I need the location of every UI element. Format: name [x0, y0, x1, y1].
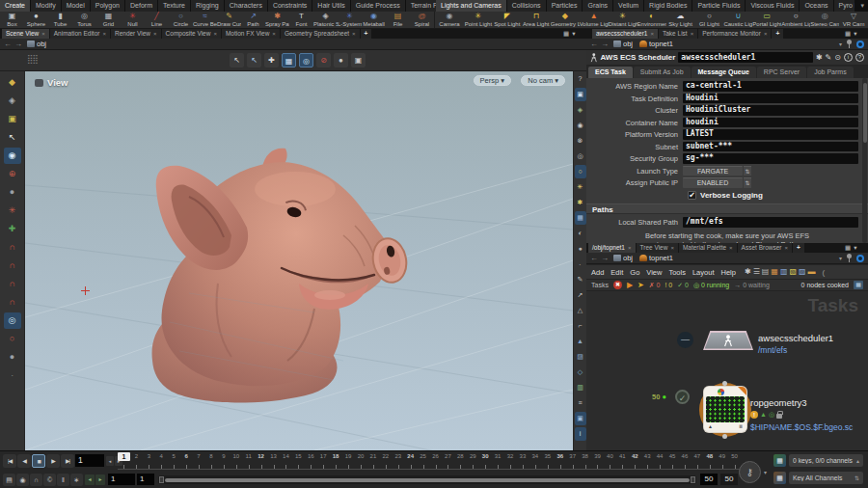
- sticky-note-icon[interactable]: ▧: [789, 266, 797, 278]
- shelf-tab-lights-and-cameras[interactable]: Lights and Cameras: [436, 0, 506, 12]
- home-view-icon[interactable]: ◎: [575, 149, 586, 163]
- path-obj-chip[interactable]: obj: [611, 40, 635, 48]
- shelf-tab-terrain-fx[interactable]: Terrain FX: [406, 0, 436, 12]
- point-numbers-icon[interactable]: ✎: [575, 273, 586, 286]
- handles-icon[interactable]: ✚: [264, 53, 279, 68]
- parm-tab-rpc-server[interactable]: RPC Server: [757, 67, 806, 78]
- close-icon[interactable]: ×: [670, 243, 674, 253]
- viewer-tab-motion-fx-view[interactable]: Motion FX View×: [222, 29, 280, 39]
- gear-icon[interactable]: ✱: [816, 53, 823, 62]
- select-tool-icon[interactable]: ↖: [4, 129, 21, 146]
- viewer-tab-render-view[interactable]: Render View×: [111, 29, 161, 39]
- pane-menu-icon[interactable]: ▦: [563, 30, 569, 38]
- launch-type-menu[interactable]: FARGATE: [683, 166, 743, 176]
- high-quality-lighting-icon[interactable]: ✱: [575, 196, 586, 209]
- key-all-channels-button[interactable]: Key All Channels⇅: [789, 472, 863, 484]
- toolbar-grip-icon[interactable]: ⣿⣿: [27, 54, 38, 64]
- shelf-tool-file[interactable]: ▤File: [386, 12, 410, 28]
- local-shared-path-field[interactable]: /mnt/efs: [683, 217, 858, 228]
- shelf-tab-characters[interactable]: Characters: [225, 0, 267, 12]
- key-mode-icon[interactable]: ▦: [773, 472, 786, 484]
- shelf-tool-box[interactable]: ▣Box: [0, 12, 24, 28]
- step-back-button[interactable]: ◀: [17, 454, 31, 468]
- viewport-info-icon[interactable]: i: [575, 427, 586, 441]
- shelf-tool-grid[interactable]: ▦Grid: [96, 12, 121, 28]
- view-state-icon[interactable]: ◎: [4, 312, 21, 329]
- range-substart-field[interactable]: 1: [137, 474, 154, 485]
- shelf-tool-point-light[interactable]: ✳Point Light: [464, 12, 493, 28]
- profile-curves-icon[interactable]: ⌐: [575, 319, 586, 333]
- shelf-tool-gi-light[interactable]: ○GI Light: [694, 12, 723, 28]
- point-display-icon[interactable]: ∙: [575, 258, 586, 271]
- viewer-tab-composite-view[interactable]: Composite View×: [162, 29, 221, 39]
- scrollbar-thumb[interactable]: [863, 83, 867, 143]
- forward-icon[interactable]: →: [601, 39, 609, 50]
- handle-dots-icon[interactable]: ∙: [4, 367, 21, 384]
- lighting-mode-icon[interactable]: ✳: [575, 180, 586, 194]
- camera-view-icon[interactable]: ▦: [575, 211, 586, 225]
- network-boxes-icon[interactable]: ▥: [780, 266, 788, 278]
- search-icon[interactable]: ⊙: [834, 53, 841, 62]
- range-start-button[interactable]: ◂: [85, 474, 95, 485]
- realtime-toggle-icon[interactable]: ©: [43, 474, 56, 486]
- sphere-handle-icon[interactable]: ●: [4, 184, 21, 201]
- shelf-tool-caustic-light[interactable]: ∪Caustic Light: [723, 12, 752, 28]
- shelf-tool-circle[interactable]: ○Circle: [169, 12, 193, 28]
- snap-options-icon[interactable]: ▦: [282, 53, 296, 68]
- parameter-scrollbar[interactable]: [862, 78, 867, 243]
- container-name-field[interactable]: houdini: [683, 118, 858, 128]
- network-tab-obj-topnet1[interactable]: /obj/topnet1×: [588, 243, 636, 253]
- parameter-pane-controls[interactable]: ▦ ▾: [845, 29, 856, 39]
- pane-caret-icon[interactable]: ▾: [854, 30, 856, 38]
- display-flag-icon[interactable]: ◎: [769, 411, 774, 419]
- shelf-tool-sky-light[interactable]: ☁Sky Light: [666, 12, 695, 28]
- spreadsheet-icon[interactable]: ▤: [762, 266, 770, 278]
- prev-key-button[interactable]: ◂: [106, 456, 114, 466]
- magnet-box-icon[interactable]: ∩: [4, 239, 21, 256]
- shelf-tool-stereo-camera[interactable]: ◎Stereo Camera: [810, 12, 839, 28]
- selection-disable-icon[interactable]: ⊘: [316, 53, 331, 68]
- expand-icon[interactable]: ▲: [708, 423, 713, 429]
- shelf-tool-volume-light[interactable]: ▲Volume Light: [580, 12, 609, 28]
- back-icon[interactable]: ←: [590, 39, 598, 50]
- range-end-field[interactable]: 50: [700, 474, 718, 485]
- back-icon[interactable]: ←: [4, 39, 12, 50]
- viewport-canvas[interactable]: View Persp ▾ No cam ▾: [25, 71, 573, 450]
- secure-selection-lock-icon[interactable]: ◉: [4, 148, 21, 164]
- playhead[interactable]: 1: [118, 452, 130, 461]
- viewer-tab-animation-editor[interactable]: Animation Editor×: [50, 29, 110, 39]
- ground-plane-icon[interactable]: ●: [4, 349, 21, 366]
- keys-summary-button[interactable]: 0 keys, 0/0 channels▴: [789, 454, 863, 467]
- pane-caret-icon[interactable]: ▾: [572, 30, 575, 38]
- menu-spinner-icon[interactable]: ⇅: [744, 166, 751, 176]
- keyframe-marker-icon[interactable]: ∗: [70, 474, 83, 486]
- close-icon[interactable]: ×: [213, 29, 217, 39]
- dopesheet-icon[interactable]: ‖: [57, 474, 69, 486]
- info-icon[interactable]: i: [844, 53, 853, 62]
- ghost-other-objects-icon[interactable]: ◈: [575, 103, 586, 117]
- network-tab-tree-view[interactable]: Tree View×: [637, 243, 678, 253]
- pin-icon[interactable]: [846, 40, 853, 48]
- shelf-tool-spiral[interactable]: @Spiral: [410, 12, 434, 28]
- snapshot-view-icon[interactable]: ▣: [575, 412, 586, 425]
- node-awsecsscheduler1[interactable]: [703, 331, 753, 350]
- shelf-tool-curve-bezier[interactable]: ≈Curve Bezier: [193, 12, 217, 28]
- network-tab-asset-browser[interactable]: Asset Browser×: [738, 243, 792, 253]
- shading-mode-icon[interactable]: ◐: [575, 227, 586, 240]
- network-tab-add[interactable]: +: [793, 243, 804, 253]
- shelf-tool-l-system[interactable]: ✳L-System: [338, 12, 362, 28]
- shelf-tab-texture[interactable]: Texture: [158, 0, 190, 12]
- flipbook-icon[interactable]: ●: [334, 53, 348, 68]
- secure-select-icon[interactable]: ↖: [247, 53, 261, 68]
- shelf-tool-path[interactable]: ↗Path: [241, 12, 265, 28]
- shelf-tool-spray-paint[interactable]: ✱Spray Paint: [265, 12, 289, 28]
- cluster-field[interactable]: HoudiniCluster: [683, 105, 858, 116]
- go-to-start-button[interactable]: |◀: [3, 454, 16, 468]
- range-end-button[interactable]: ▸: [95, 474, 105, 485]
- render-flag-icon[interactable]: ▲: [760, 411, 767, 419]
- close-icon[interactable]: ×: [691, 29, 694, 39]
- close-icon[interactable]: ×: [650, 29, 654, 39]
- path-topnet-chip[interactable]: topnet1: [637, 40, 675, 48]
- menu-add[interactable]: Add: [591, 268, 604, 277]
- range-slider-bar[interactable]: [165, 478, 690, 482]
